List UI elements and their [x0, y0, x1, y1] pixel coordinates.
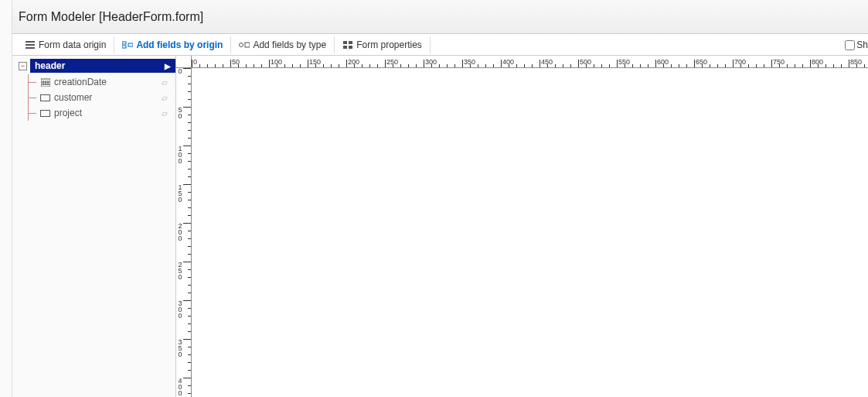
- show-label: Sh: [856, 39, 868, 50]
- ruler-label: 0: [177, 113, 183, 120]
- tab-label: Form properties: [356, 39, 422, 50]
- tab-add-fields-by-origin[interactable]: Add fields by origin: [114, 36, 231, 53]
- svg-rect-4: [122, 46, 126, 48]
- tab-add-fields-by-type[interactable]: Add fields by type: [231, 36, 335, 53]
- svg-rect-10: [343, 46, 347, 49]
- page-title: Form Modeler [HeaderForm.form]: [19, 10, 203, 24]
- tab-form-data-origin[interactable]: Form data origin: [17, 36, 114, 53]
- main-panel: Form Modeler [HeaderForm.form] Form data…: [12, 0, 868, 397]
- tree-item-label: project: [54, 108, 82, 118]
- properties-icon: [342, 41, 353, 49]
- svg-rect-9: [349, 41, 352, 44]
- tab-bar: Form data origin Add fields by origin Ad…: [12, 34, 868, 56]
- workspace: − header ▶ creationDate ▱: [12, 56, 868, 397]
- svg-rect-8: [343, 41, 347, 44]
- svg-rect-19: [41, 110, 50, 116]
- flag-icon: ▱: [162, 94, 168, 102]
- tree-item-label: creationDate: [54, 77, 107, 87]
- ruler-label: 0: [193, 58, 197, 66]
- canvas-area: 0501001502002503003504004505005506006507…: [176, 56, 868, 397]
- ruler-label: 0: [177, 197, 183, 204]
- flag-icon: ▱: [162, 109, 168, 118]
- tree-item-label: customer: [54, 92, 92, 103]
- tab-label: Add fields by origin: [136, 39, 223, 50]
- fields-type-icon: [239, 41, 250, 49]
- show-checkbox[interactable]: [845, 40, 855, 50]
- tab-label: Form data origin: [39, 39, 106, 50]
- tree-item-creationdate[interactable]: creationDate ▱: [29, 74, 175, 90]
- svg-rect-1: [26, 44, 35, 46]
- ruler-label: 0: [177, 351, 183, 358]
- flag-icon: ▱: [162, 78, 168, 87]
- tree-item-customer[interactable]: customer ▱: [29, 90, 175, 105]
- ruler-label: 0: [177, 235, 183, 242]
- calendar-icon: [40, 78, 50, 87]
- right-controls: Sh: [845, 34, 868, 56]
- svg-rect-3: [122, 42, 126, 44]
- rect-icon: [40, 109, 50, 118]
- svg-rect-11: [349, 46, 352, 49]
- ruler-label: 0: [177, 390, 183, 397]
- tree-root-node[interactable]: header ▶: [30, 59, 175, 73]
- svg-rect-18: [41, 94, 50, 101]
- chevron-right-icon: ▶: [165, 62, 171, 70]
- tab-form-properties[interactable]: Form properties: [335, 36, 431, 53]
- tree-item-project[interactable]: project ▱: [29, 105, 175, 121]
- tree-root-label: header: [35, 60, 65, 71]
- ruler-label: 0: [177, 158, 183, 165]
- svg-point-6: [240, 43, 243, 46]
- svg-rect-0: [26, 41, 35, 43]
- ruler-label: 0: [177, 313, 183, 320]
- svg-rect-7: [245, 43, 250, 47]
- vertical-ruler: 050100150200250300350400: [176, 68, 192, 397]
- tab-label: Add fields by type: [253, 39, 326, 50]
- design-canvas[interactable]: [192, 68, 868, 397]
- fields-origin-icon: [122, 41, 133, 49]
- rect-icon: [40, 94, 50, 102]
- ruler-corner: [176, 56, 192, 68]
- left-gutter: [0, 0, 12, 397]
- svg-rect-2: [26, 47, 35, 49]
- collapse-icon[interactable]: −: [19, 62, 27, 70]
- tree-children: creationDate ▱ customer ▱ project ▱: [28, 74, 175, 121]
- list-icon: [25, 41, 36, 49]
- sidebar-tree: − header ▶ creationDate ▱: [12, 56, 176, 397]
- horizontal-ruler: 0501001502002503003504004505005506006507…: [192, 56, 868, 68]
- tree-root-row: − header ▶: [19, 59, 175, 73]
- ruler-label: 0: [177, 68, 183, 75]
- svg-rect-5: [128, 43, 133, 46]
- title-bar: Form Modeler [HeaderForm.form]: [12, 0, 868, 34]
- ruler-label: 0: [177, 274, 183, 281]
